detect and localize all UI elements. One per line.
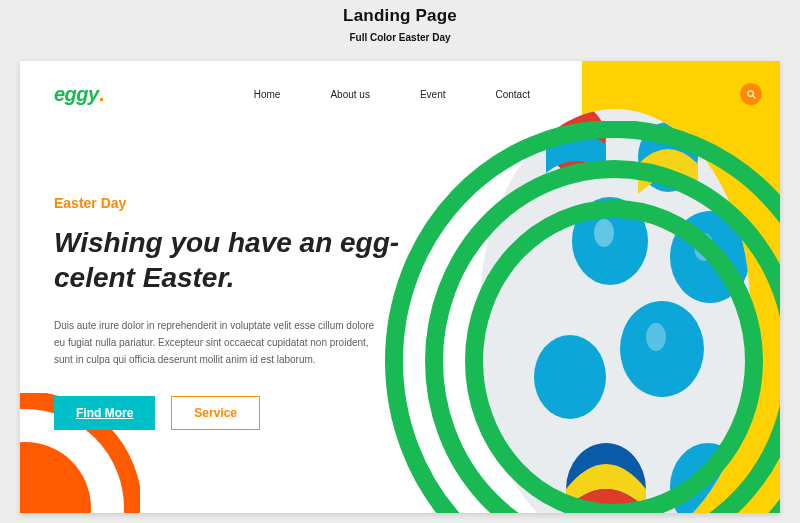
landing-card: eggy. Home About us Event Contact Easter…: [20, 61, 780, 513]
search-button[interactable]: [740, 83, 762, 105]
logo-text: eggy: [54, 83, 99, 105]
nav-item-contact[interactable]: Contact: [496, 89, 530, 100]
logo[interactable]: eggy.: [54, 83, 104, 106]
hero-eyebrow: Easter Day: [54, 195, 424, 211]
svg-point-16: [20, 442, 91, 513]
top-nav: eggy. Home About us Event Contact: [20, 83, 582, 106]
nav-menu: Home About us Event Contact: [254, 89, 530, 100]
svg-point-9: [594, 219, 614, 247]
svg-point-5: [620, 301, 704, 397]
svg-point-10: [694, 233, 714, 261]
svg-point-6: [534, 335, 606, 419]
search-icon: [746, 89, 757, 100]
svg-line-18: [752, 95, 754, 97]
nav-item-home[interactable]: Home: [254, 89, 281, 100]
hero-photo-oval: [480, 109, 750, 513]
page-title-block: Landing Page Full Color Easter Day: [0, 6, 800, 43]
page-subtitle: Full Color Easter Day: [0, 32, 800, 43]
hero-headline: Wishing you have an egg-celent Easter.: [54, 225, 424, 295]
svg-point-11: [646, 323, 666, 351]
logo-dot: .: [99, 83, 104, 105]
page-title: Landing Page: [0, 6, 800, 26]
nav-item-event[interactable]: Event: [420, 89, 446, 100]
service-button[interactable]: Service: [171, 396, 260, 430]
hero-buttons: Find More Service: [54, 396, 424, 430]
find-more-button[interactable]: Find More: [54, 396, 155, 430]
hero-body: Duis aute irure dolor in reprehenderit i…: [54, 317, 384, 368]
nav-item-about[interactable]: About us: [330, 89, 369, 100]
hero-content: Easter Day Wishing you have an egg-celen…: [54, 195, 424, 430]
